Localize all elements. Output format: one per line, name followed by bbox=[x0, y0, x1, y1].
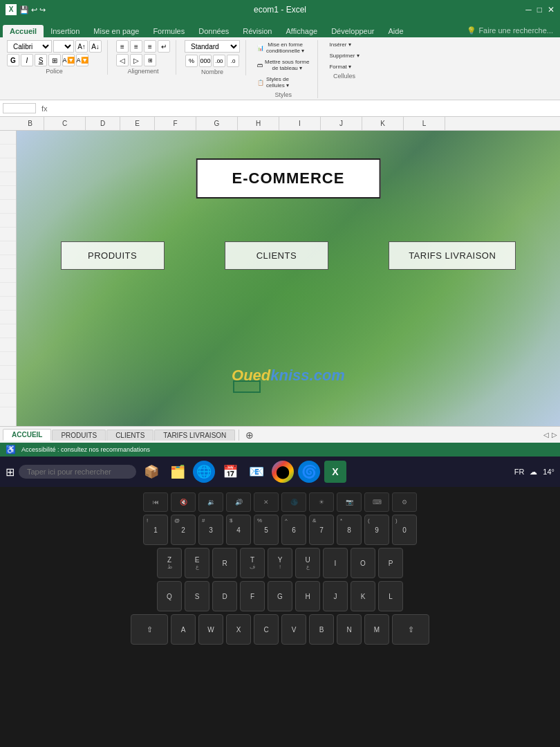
border-btn[interactable]: ⊞ bbox=[48, 54, 61, 66]
col-k[interactable]: K bbox=[362, 117, 404, 130]
indent-more-btn[interactable]: ▷ bbox=[130, 54, 142, 66]
key-shift-left[interactable]: ⇧ bbox=[131, 614, 168, 645]
delete-cells-btn[interactable]: Supprimer ▾ bbox=[326, 51, 362, 60]
start-btn[interactable]: ⊞ bbox=[6, 465, 15, 479]
key-caret-6[interactable]: ^6 bbox=[281, 515, 306, 545]
key-o[interactable]: O bbox=[351, 548, 375, 578]
col-j[interactable]: J bbox=[321, 117, 362, 130]
key-r[interactable]: R bbox=[212, 548, 237, 578]
maximize-btn[interactable]: □ bbox=[537, 5, 542, 15]
align-right-btn[interactable]: ≡ bbox=[144, 40, 156, 53]
key-excl-1[interactable]: !1 bbox=[143, 515, 168, 545]
cell-canvas[interactable]: E-COMMERCE PRODUITS CLIENTS TARIFS LIVRA… bbox=[17, 131, 560, 426]
key-u[interactable]: Uع bbox=[295, 548, 320, 578]
bold-btn[interactable]: G bbox=[7, 54, 19, 66]
sheet-scroll-right[interactable]: ▷ bbox=[552, 431, 557, 439]
taskbar-icon-browser2[interactable]: 🌀 bbox=[298, 461, 320, 483]
taskbar-icon-calendar[interactable]: 📅 bbox=[219, 461, 241, 483]
key-k[interactable]: K bbox=[351, 581, 375, 611]
taskbar-icon-chrome[interactable]: ⬤ bbox=[272, 461, 294, 483]
key-star-8[interactable]: *8 bbox=[337, 515, 362, 545]
sheet-tab-clients[interactable]: CLIENTS bbox=[106, 430, 153, 441]
tab-mise-en-page[interactable]: Mise en page bbox=[86, 25, 146, 37]
font-grow-btn[interactable]: A↑ bbox=[75, 40, 88, 53]
search-ribbon[interactable]: 💡 Faire une recherche... bbox=[463, 24, 557, 37]
key-l[interactable]: L bbox=[378, 581, 403, 611]
thousands-btn[interactable]: 000 bbox=[199, 55, 212, 67]
col-g[interactable]: G bbox=[196, 117, 238, 130]
col-b[interactable]: B bbox=[17, 117, 44, 130]
key-at-2[interactable]: @2 bbox=[171, 515, 196, 545]
fn-key-vol-down[interactable]: 🔉 bbox=[198, 492, 223, 512]
key-i[interactable]: I bbox=[323, 548, 348, 578]
underline-btn[interactable]: S bbox=[35, 54, 47, 66]
key-p[interactable]: P bbox=[378, 548, 403, 578]
sheet-tab-tarifs[interactable]: TARIFS LIVRAISON bbox=[154, 430, 235, 441]
taskbar-search-input[interactable] bbox=[19, 465, 136, 479]
font-color-btn[interactable]: A🔽 bbox=[76, 54, 88, 66]
key-x[interactable]: X bbox=[226, 614, 251, 645]
tab-aide[interactable]: Aide bbox=[382, 25, 411, 37]
font-size-select[interactable]: 11 bbox=[53, 40, 74, 53]
taskbar-icon-folder[interactable]: 🗂️ bbox=[167, 461, 189, 483]
wrap-btn[interactable]: ↵ bbox=[158, 40, 170, 53]
key-m[interactable]: M bbox=[364, 614, 389, 645]
key-pct-5[interactable]: %5 bbox=[254, 515, 279, 545]
key-n[interactable]: N bbox=[337, 614, 362, 645]
fn-key-vol-up[interactable]: 🔊 bbox=[226, 492, 251, 512]
key-a[interactable]: A bbox=[171, 614, 196, 645]
key-dollar-4[interactable]: $4 bbox=[226, 515, 251, 545]
italic-btn[interactable]: I bbox=[21, 54, 33, 66]
key-c[interactable]: C bbox=[254, 614, 279, 645]
col-e[interactable]: E bbox=[120, 117, 155, 130]
key-lpar-9[interactable]: (9 bbox=[364, 515, 389, 545]
cell-reference-input[interactable] bbox=[3, 103, 36, 113]
key-s[interactable]: S bbox=[185, 581, 209, 611]
col-d[interactable]: D bbox=[86, 117, 120, 130]
align-left-btn[interactable]: ≡ bbox=[116, 40, 129, 53]
cell-styles-btn[interactable]: 📋 Styles decellules ▾ bbox=[254, 75, 292, 90]
indent-less-btn[interactable]: ◁ bbox=[116, 54, 129, 66]
fn-key-settings[interactable]: ⚙ bbox=[392, 492, 417, 512]
key-shift-right[interactable]: ⇧ bbox=[392, 614, 429, 645]
key-z[interactable]: Zظ bbox=[157, 548, 182, 578]
font-shrink-btn[interactable]: A↓ bbox=[89, 40, 102, 53]
key-hash-3[interactable]: #3 bbox=[198, 515, 223, 545]
col-f[interactable]: F bbox=[155, 117, 196, 130]
key-v[interactable]: V bbox=[281, 614, 306, 645]
close-btn[interactable]: ✕ bbox=[548, 5, 554, 15]
tab-donnees[interactable]: Données bbox=[192, 25, 236, 37]
taskbar-icon-excel[interactable]: X bbox=[324, 461, 346, 483]
taskbar-icon-edge[interactable]: 🌐 bbox=[193, 461, 215, 483]
taskbar-icon-mail[interactable]: 📧 bbox=[245, 461, 268, 483]
fn-key-back[interactable]: ⏮ bbox=[143, 492, 168, 512]
fn-key-mute[interactable]: 🔇 bbox=[171, 492, 196, 512]
number-format-select[interactable]: Standard bbox=[185, 40, 240, 53]
key-w[interactable]: W bbox=[198, 614, 223, 645]
key-rpar-0[interactable]: )0 bbox=[392, 515, 417, 545]
tab-revision[interactable]: Révision bbox=[236, 25, 279, 37]
tab-insertion[interactable]: Insertion bbox=[44, 25, 86, 37]
tab-accueil[interactable]: Accueil bbox=[3, 25, 44, 37]
dec-more-btn[interactable]: .00 bbox=[213, 55, 225, 67]
key-amp-7[interactable]: &7 bbox=[309, 515, 334, 545]
table-format-btn[interactable]: 🗃 Mettre sous formede tableau ▾ bbox=[254, 57, 312, 73]
key-b[interactable]: B bbox=[309, 614, 334, 645]
key-g[interactable]: G bbox=[268, 581, 292, 611]
col-i[interactable]: I bbox=[279, 117, 321, 130]
add-sheet-btn[interactable]: ⊕ bbox=[243, 429, 256, 441]
align-center-btn[interactable]: ≡ bbox=[130, 40, 142, 53]
key-y[interactable]: Y! bbox=[268, 548, 292, 578]
dec-less-btn[interactable]: .0 bbox=[227, 55, 239, 67]
key-e[interactable]: Eع bbox=[185, 548, 209, 578]
fn-key-bright-down[interactable]: 🌑 bbox=[281, 492, 306, 512]
key-d[interactable]: D bbox=[212, 581, 237, 611]
font-family-select[interactable]: Calibri bbox=[7, 40, 52, 53]
col-l[interactable]: L bbox=[404, 117, 445, 130]
key-t[interactable]: Tف bbox=[240, 548, 265, 578]
conditional-format-btn[interactable]: 📊 Mise en formeconditionnelle ▾ bbox=[254, 40, 307, 55]
fn-key-camera[interactable]: 📷 bbox=[337, 492, 362, 512]
taskbar-icon-video[interactable]: 📦 bbox=[140, 461, 162, 483]
key-q[interactable]: Q bbox=[157, 581, 182, 611]
clients-btn[interactable]: CLIENTS bbox=[225, 241, 328, 270]
